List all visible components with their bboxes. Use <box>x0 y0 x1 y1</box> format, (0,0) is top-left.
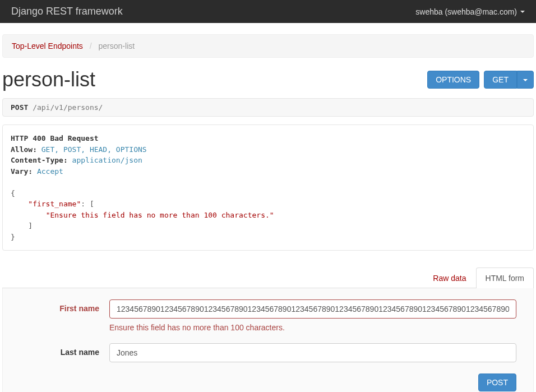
page-title: person-list <box>2 68 95 91</box>
header-content-type-value: application/json <box>72 156 142 164</box>
json-key: "first_name" <box>28 200 81 208</box>
error-first-name: Ensure this field has no more than 100 c… <box>109 323 516 332</box>
header-vary-name: Vary: <box>11 167 33 176</box>
tab-raw-data[interactable]: Raw data <box>423 268 475 288</box>
request-info: POST /api/v1/persons/ <box>2 98 534 117</box>
breadcrumb-separator: / <box>90 41 92 50</box>
form-tabs: Raw data HTML form <box>2 268 534 288</box>
request-path: /api/v1/persons/ <box>33 103 103 112</box>
caret-down-icon <box>520 11 525 13</box>
label-first-name: First name <box>20 299 109 313</box>
breadcrumb-current: person-list <box>99 41 135 50</box>
input-last-name[interactable] <box>109 343 516 362</box>
user-menu[interactable]: swehba (swehba@mac.com) <box>415 7 525 16</box>
form-row-last-name: Last name <box>20 343 516 362</box>
page-header: person-list OPTIONS GET <box>2 68 534 91</box>
post-button[interactable]: POST <box>478 373 516 391</box>
breadcrumb-root-link[interactable]: Top-Level Endpoints <box>12 41 83 50</box>
json-error-message: "Ensure this field has no more than 100 … <box>46 211 274 219</box>
options-button[interactable]: OPTIONS <box>427 71 479 89</box>
user-label: swehba (swehba@mac.com) <box>415 7 517 16</box>
response-status: HTTP 400 Bad Request <box>11 134 99 142</box>
get-dropdown-toggle[interactable] <box>517 71 534 89</box>
header-allow-name: Allow: <box>11 145 37 154</box>
get-button-group: GET <box>484 71 534 89</box>
form-panel: First name Ensure this field has no more… <box>2 288 534 392</box>
get-button[interactable]: GET <box>484 71 517 89</box>
input-first-name[interactable] <box>109 299 516 319</box>
action-buttons: OPTIONS GET <box>427 71 534 89</box>
label-last-name: Last name <box>20 343 109 357</box>
tab-html-form[interactable]: HTML form <box>476 268 534 288</box>
navbar: Django REST framework swehba (swehba@mac… <box>0 0 536 23</box>
caret-down-icon <box>523 79 528 81</box>
breadcrumb: Top-Level Endpoints / person-list <box>2 34 534 58</box>
form-actions: POST <box>20 373 516 391</box>
brand-title[interactable]: Django REST framework <box>11 6 123 17</box>
header-allow-value: GET, POST, HEAD, OPTIONS <box>41 145 147 154</box>
response-box: HTTP 400 Bad Request Allow: GET, POST, H… <box>2 124 534 251</box>
request-method: POST <box>11 103 28 112</box>
header-content-type-name: Content-Type: <box>11 156 68 164</box>
header-vary-value: Accept <box>37 167 63 176</box>
form-row-first-name: First name Ensure this field has no more… <box>20 299 516 332</box>
